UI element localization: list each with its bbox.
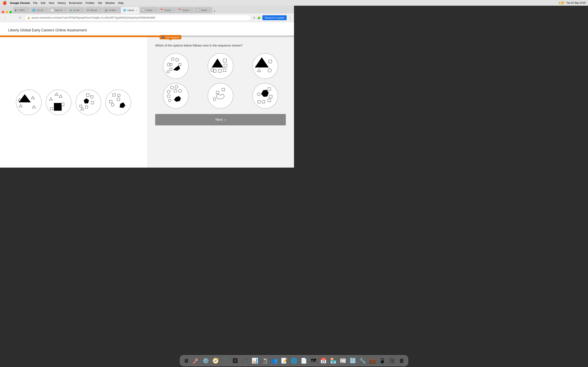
tab-sched1[interactable]: 📅 Sched × bbox=[158, 7, 176, 13]
menu-history[interactable]: History bbox=[58, 1, 66, 4]
progress-tooltip: 👤 Your progress bbox=[160, 35, 181, 39]
svg-point-6 bbox=[46, 90, 71, 115]
menu-view[interactable]: View bbox=[49, 1, 54, 4]
sequence-circles bbox=[16, 89, 131, 116]
maximize-button[interactable] bbox=[9, 11, 12, 13]
minimize-button[interactable] bbox=[6, 11, 8, 13]
menu-bookmarks[interactable]: Bookmarks bbox=[69, 1, 82, 4]
sequence-circle-4 bbox=[105, 89, 131, 116]
tab-liberty[interactable]: 🌐 Liberty × bbox=[121, 7, 139, 13]
tab-youtube[interactable]: ▶ (7352) × bbox=[13, 7, 30, 13]
option-e[interactable] bbox=[200, 83, 241, 109]
next-button[interactable]: Next › bbox=[155, 114, 286, 125]
close-button[interactable] bbox=[2, 11, 4, 13]
menu-window[interactable]: Window bbox=[105, 1, 115, 4]
progress-icon: 👤 bbox=[162, 36, 164, 39]
lock-icon: 🔒 bbox=[27, 16, 30, 19]
assessment-title: Liberty Global Early Careers Online Asse… bbox=[8, 28, 286, 33]
progress-bar-fill bbox=[0, 35, 171, 37]
page-content: Liberty Global Early Careers Online Asse… bbox=[0, 22, 294, 167]
sequence-circle-1 bbox=[16, 89, 42, 116]
tab-sched2[interactable]: 📅 Sched × bbox=[176, 7, 194, 13]
svg-rect-7 bbox=[54, 103, 62, 111]
menu-profiles[interactable]: Profiles bbox=[86, 1, 94, 4]
options-grid bbox=[155, 53, 286, 109]
main-area: Which of the options below follows next … bbox=[0, 37, 294, 167]
tab-aimath[interactable]: 🤖 AI Mat × bbox=[103, 7, 121, 13]
traffic-lights bbox=[2, 11, 12, 13]
option-a[interactable] bbox=[155, 53, 197, 79]
right-panel: Which of the options below follows next … bbox=[147, 37, 294, 167]
bookmark-button[interactable]: ☆ bbox=[253, 16, 256, 20]
menu-bar: 🍎 Google Chrome File Edit View History B… bbox=[0, 0, 294, 6]
left-panel bbox=[0, 37, 147, 167]
tab-leadme[interactable]: 🌐 리드뮤 × bbox=[30, 7, 49, 13]
relaunch-button[interactable]: Relaunch to update bbox=[262, 15, 287, 20]
url-text: assess.sovaonline.com/hub/?sat=EFRqF0diy… bbox=[31, 16, 249, 19]
youtube-favicon: ▶ bbox=[15, 9, 17, 12]
svg-point-28 bbox=[163, 53, 189, 79]
menu-button[interactable]: ⋮ bbox=[288, 16, 292, 20]
tab-gmail[interactable]: ✉ [Remin × bbox=[85, 7, 103, 13]
address-bar[interactable]: 🔒 assess.sovaonline.com/hub/?sat=EFRqF0d… bbox=[25, 15, 251, 21]
sequence-circle-2 bbox=[45, 89, 72, 116]
tab-chatg1[interactable]: 💬 ChatG × bbox=[140, 7, 158, 13]
back-button[interactable]: ‹ bbox=[2, 15, 8, 21]
option-f[interactable] bbox=[244, 83, 286, 109]
forward-button[interactable]: › bbox=[10, 15, 16, 21]
extensions-button[interactable]: 🧩 bbox=[257, 16, 261, 19]
option-c[interactable] bbox=[244, 53, 286, 79]
reload-button[interactable]: ↻ bbox=[17, 15, 23, 21]
menu-tab[interactable]: Tab bbox=[98, 1, 102, 4]
next-arrow-icon: › bbox=[224, 117, 226, 122]
menu-chrome[interactable]: Google Chrome bbox=[10, 1, 30, 4]
tab-chatg2[interactable]: 💬 ChatG × bbox=[194, 7, 213, 13]
progress-bar-container: 👤 Your progress bbox=[0, 35, 294, 37]
browser: ▶ (7352) × 🌐 리드뮤 × 📄 New Te × in (1) My … bbox=[0, 6, 294, 167]
new-tab-button[interactable]: + bbox=[213, 9, 216, 13]
svg-point-59 bbox=[208, 83, 233, 108]
assessment-header: Liberty Global Early Careers Online Asse… bbox=[0, 22, 294, 35]
option-d[interactable] bbox=[155, 83, 197, 109]
question-text: Which of the options below follows next … bbox=[155, 43, 286, 48]
tab-linkedin[interactable]: in (1) My × bbox=[68, 7, 85, 13]
progress-label: Your progress bbox=[165, 36, 179, 39]
tab-bar: ▶ (7352) × 🌐 리드뮤 × 📄 New Te × in (1) My … bbox=[0, 6, 294, 13]
menu-edit[interactable]: Edit bbox=[41, 1, 45, 4]
menu-file[interactable]: File bbox=[33, 1, 38, 4]
nav-bar: ‹ › ↻ 🔒 assess.sovaonline.com/hub/?sat=E… bbox=[0, 13, 294, 22]
apple-menu[interactable]: 🍎 bbox=[2, 1, 7, 5]
menu-help[interactable]: Help bbox=[118, 1, 123, 4]
next-label: Next bbox=[215, 118, 223, 122]
sequence-circle-3 bbox=[75, 89, 102, 116]
tab-new[interactable]: 📄 New Te × bbox=[49, 7, 68, 13]
option-b[interactable] bbox=[200, 53, 241, 79]
